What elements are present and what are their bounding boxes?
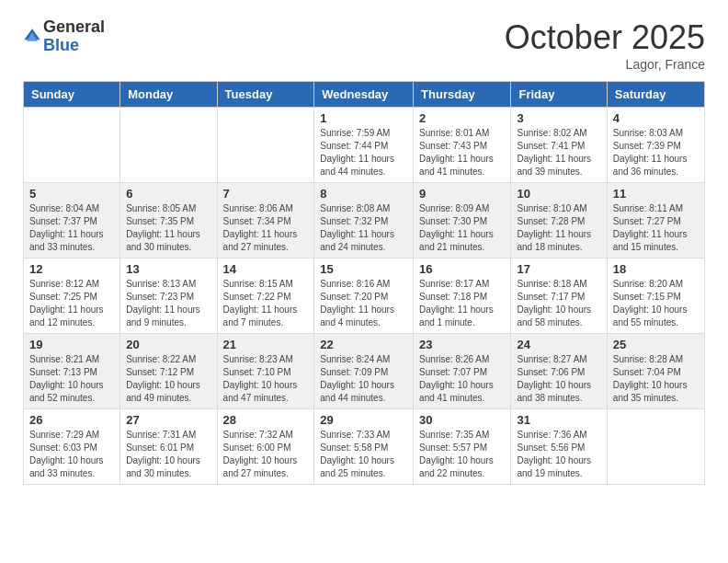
calendar-day-cell — [24, 108, 120, 183]
calendar-day-cell: 10Sunrise: 8:10 AM Sunset: 7:28 PM Dayli… — [511, 183, 607, 259]
calendar-day-cell: 31Sunrise: 7:36 AM Sunset: 5:56 PM Dayli… — [511, 409, 607, 485]
calendar-day-cell: 24Sunrise: 8:27 AM Sunset: 7:06 PM Dayli… — [511, 334, 607, 409]
calendar-day-cell: 7Sunrise: 8:06 AM Sunset: 7:34 PM Daylig… — [217, 183, 314, 259]
day-number: 2 — [419, 111, 505, 125]
day-info: Sunrise: 8:06 AM Sunset: 7:34 PM Dayligh… — [223, 202, 309, 254]
day-info: Sunrise: 8:16 AM Sunset: 7:20 PM Dayligh… — [320, 278, 407, 329]
day-number: 15 — [320, 262, 407, 276]
day-info: Sunrise: 8:01 AM Sunset: 7:43 PM Dayligh… — [419, 127, 505, 178]
day-info: Sunrise: 8:15 AM Sunset: 7:22 PM Dayligh… — [223, 278, 309, 329]
calendar-day-cell: 6Sunrise: 8:05 AM Sunset: 7:35 PM Daylig… — [120, 183, 217, 259]
page-header: General Blue October 2025 Lagor, France — [9, 9, 719, 76]
calendar-day-cell — [120, 108, 217, 183]
calendar-day-cell — [607, 409, 704, 485]
day-number: 22 — [320, 338, 407, 351]
day-info: Sunrise: 8:08 AM Sunset: 7:32 PM Dayligh… — [320, 202, 407, 254]
day-info: Sunrise: 7:36 AM Sunset: 5:56 PM Dayligh… — [517, 429, 600, 480]
day-info: Sunrise: 8:26 AM Sunset: 7:07 PM Dayligh… — [419, 353, 505, 405]
calendar-week-row: 5Sunrise: 8:04 AM Sunset: 7:37 PM Daylig… — [24, 183, 705, 259]
calendar-day-cell: 2Sunrise: 8:01 AM Sunset: 7:43 PM Daylig… — [414, 108, 511, 183]
day-number: 26 — [29, 413, 114, 427]
day-number: 8 — [320, 187, 407, 201]
day-number: 4 — [613, 111, 699, 125]
day-number: 9 — [419, 187, 505, 201]
day-number: 16 — [419, 262, 505, 276]
calendar-day-cell: 26Sunrise: 7:29 AM Sunset: 6:03 PM Dayli… — [24, 409, 120, 485]
calendar-day-cell: 30Sunrise: 7:35 AM Sunset: 5:57 PM Dayli… — [414, 409, 511, 485]
calendar-day-cell: 25Sunrise: 8:28 AM Sunset: 7:04 PM Dayli… — [607, 334, 704, 409]
weekday-header-friday: Friday — [511, 82, 607, 108]
day-number: 21 — [223, 338, 309, 351]
location: Lagor, France — [505, 57, 705, 72]
day-number: 24 — [517, 338, 600, 351]
calendar-day-cell: 23Sunrise: 8:26 AM Sunset: 7:07 PM Dayli… — [414, 334, 511, 409]
calendar-day-cell: 8Sunrise: 8:08 AM Sunset: 7:32 PM Daylig… — [314, 183, 414, 259]
logo-text: General Blue — [43, 18, 105, 55]
day-number: 29 — [320, 413, 407, 427]
day-info: Sunrise: 7:35 AM Sunset: 5:57 PM Dayligh… — [419, 429, 505, 480]
day-number: 23 — [419, 338, 505, 351]
calendar-day-cell: 19Sunrise: 8:21 AM Sunset: 7:13 PM Dayli… — [24, 334, 120, 409]
calendar-day-cell: 3Sunrise: 8:02 AM Sunset: 7:41 PM Daylig… — [511, 108, 607, 183]
calendar-day-cell: 20Sunrise: 8:22 AM Sunset: 7:12 PM Dayli… — [120, 334, 217, 409]
day-info: Sunrise: 8:17 AM Sunset: 7:18 PM Dayligh… — [419, 278, 505, 329]
day-number: 7 — [223, 187, 309, 201]
calendar-day-cell: 1Sunrise: 7:59 AM Sunset: 7:44 PM Daylig… — [314, 108, 414, 183]
calendar-day-cell: 17Sunrise: 8:18 AM Sunset: 7:17 PM Dayli… — [511, 259, 607, 334]
weekday-header-tuesday: Tuesday — [217, 82, 314, 108]
calendar-day-cell: 29Sunrise: 7:33 AM Sunset: 5:58 PM Dayli… — [314, 409, 414, 485]
calendar-day-cell: 28Sunrise: 7:32 AM Sunset: 6:00 PM Dayli… — [217, 409, 314, 485]
day-number: 19 — [29, 338, 114, 351]
day-number: 5 — [29, 187, 114, 201]
calendar-day-cell: 11Sunrise: 8:11 AM Sunset: 7:27 PM Dayli… — [607, 183, 704, 259]
logo: General Blue — [23, 18, 105, 55]
day-number: 13 — [126, 262, 210, 276]
logo-general-text: General — [43, 18, 105, 37]
calendar-day-cell: 16Sunrise: 8:17 AM Sunset: 7:18 PM Dayli… — [414, 259, 511, 334]
calendar-week-row: 26Sunrise: 7:29 AM Sunset: 6:03 PM Dayli… — [24, 409, 705, 485]
calendar-week-row: 1Sunrise: 7:59 AM Sunset: 7:44 PM Daylig… — [24, 108, 705, 183]
calendar-day-cell: 27Sunrise: 7:31 AM Sunset: 6:01 PM Dayli… — [120, 409, 217, 485]
day-info: Sunrise: 8:09 AM Sunset: 7:30 PM Dayligh… — [419, 202, 505, 254]
day-number: 31 — [517, 413, 600, 427]
calendar-week-row: 19Sunrise: 8:21 AM Sunset: 7:13 PM Dayli… — [24, 334, 705, 409]
weekday-header-wednesday: Wednesday — [314, 82, 414, 108]
day-number: 6 — [126, 187, 210, 201]
day-info: Sunrise: 8:12 AM Sunset: 7:25 PM Dayligh… — [29, 278, 114, 329]
day-number: 28 — [223, 413, 309, 427]
day-number: 27 — [126, 413, 210, 427]
day-number: 30 — [419, 413, 505, 427]
day-info: Sunrise: 8:22 AM Sunset: 7:12 PM Dayligh… — [126, 353, 210, 405]
day-info: Sunrise: 8:21 AM Sunset: 7:13 PM Dayligh… — [29, 353, 114, 405]
calendar-day-cell: 12Sunrise: 8:12 AM Sunset: 7:25 PM Dayli… — [24, 259, 120, 334]
day-info: Sunrise: 8:10 AM Sunset: 7:28 PM Dayligh… — [517, 202, 600, 254]
day-info: Sunrise: 8:20 AM Sunset: 7:15 PM Dayligh… — [613, 278, 699, 329]
weekday-header-sunday: Sunday — [24, 82, 120, 108]
day-info: Sunrise: 8:04 AM Sunset: 7:37 PM Dayligh… — [29, 202, 114, 254]
calendar-day-cell: 18Sunrise: 8:20 AM Sunset: 7:15 PM Dayli… — [607, 259, 704, 334]
day-info: Sunrise: 8:28 AM Sunset: 7:04 PM Dayligh… — [613, 353, 699, 405]
calendar-day-cell: 5Sunrise: 8:04 AM Sunset: 7:37 PM Daylig… — [24, 183, 120, 259]
calendar-day-cell: 15Sunrise: 8:16 AM Sunset: 7:20 PM Dayli… — [314, 259, 414, 334]
day-number: 12 — [29, 262, 114, 276]
day-info: Sunrise: 8:11 AM Sunset: 7:27 PM Dayligh… — [613, 202, 699, 254]
calendar-day-cell: 4Sunrise: 8:03 AM Sunset: 7:39 PM Daylig… — [607, 108, 704, 183]
day-info: Sunrise: 8:05 AM Sunset: 7:35 PM Dayligh… — [126, 202, 210, 254]
title-block: October 2025 Lagor, France — [505, 18, 705, 72]
day-number: 14 — [223, 262, 309, 276]
calendar-day-cell: 13Sunrise: 8:13 AM Sunset: 7:23 PM Dayli… — [120, 259, 217, 334]
day-number: 10 — [517, 187, 600, 201]
day-info: Sunrise: 7:29 AM Sunset: 6:03 PM Dayligh… — [29, 429, 114, 480]
day-number: 25 — [613, 338, 699, 351]
calendar-week-row: 12Sunrise: 8:12 AM Sunset: 7:25 PM Dayli… — [24, 259, 705, 334]
calendar-day-cell — [217, 108, 314, 183]
day-info: Sunrise: 8:18 AM Sunset: 7:17 PM Dayligh… — [517, 278, 600, 329]
weekday-header-row: SundayMondayTuesdayWednesdayThursdayFrid… — [24, 82, 705, 108]
day-number: 3 — [517, 111, 600, 125]
weekday-header-saturday: Saturday — [607, 82, 704, 108]
weekday-header-thursday: Thursday — [414, 82, 511, 108]
day-info: Sunrise: 8:13 AM Sunset: 7:23 PM Dayligh… — [126, 278, 210, 329]
day-info: Sunrise: 8:03 AM Sunset: 7:39 PM Dayligh… — [613, 127, 699, 178]
logo-icon — [23, 28, 41, 46]
month-title: October 2025 — [505, 18, 705, 57]
